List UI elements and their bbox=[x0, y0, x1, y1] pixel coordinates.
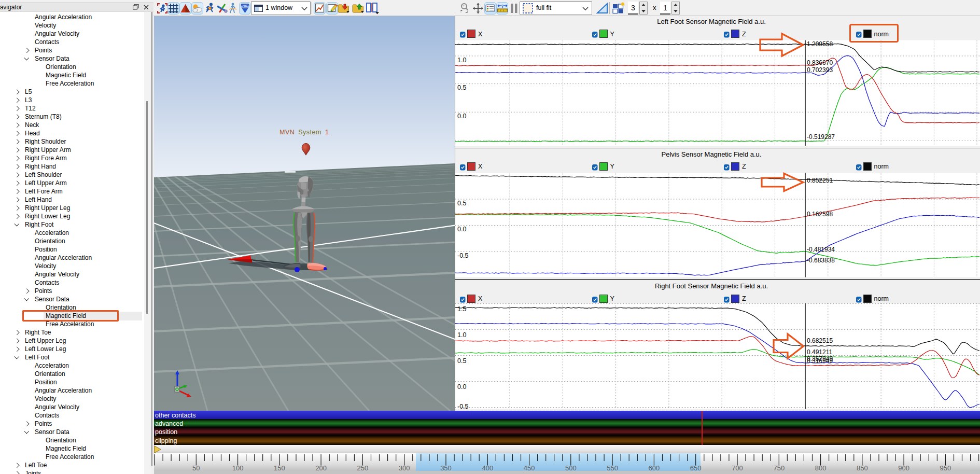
svg-text:350: 350 bbox=[440, 464, 452, 472]
svg-text:200: 200 bbox=[315, 464, 327, 472]
svg-text:400: 400 bbox=[482, 464, 493, 472]
svg-text:700: 700 bbox=[732, 464, 743, 472]
svg-text:250: 250 bbox=[357, 464, 369, 472]
svg-text:450: 450 bbox=[524, 464, 535, 472]
svg-text:900: 900 bbox=[898, 464, 909, 472]
svg-text:clipping: clipping bbox=[155, 437, 177, 444]
svg-text:?: ? bbox=[501, 4, 504, 9]
svg-text:advanced: advanced bbox=[155, 420, 183, 427]
svg-text:650: 650 bbox=[690, 464, 702, 472]
svg-text:50: 50 bbox=[192, 464, 200, 472]
svg-text:550: 550 bbox=[607, 464, 618, 472]
svg-text:500: 500 bbox=[565, 464, 577, 472]
svg-text:position: position bbox=[155, 428, 177, 436]
svg-text:other contacts: other contacts bbox=[155, 412, 196, 419]
svg-text:100: 100 bbox=[232, 464, 244, 472]
svg-text:950: 950 bbox=[940, 464, 951, 472]
svg-text:LABEL: LABEL bbox=[241, 4, 249, 7]
svg-text:800: 800 bbox=[815, 464, 827, 472]
svg-text:300: 300 bbox=[399, 464, 410, 472]
svg-text:750: 750 bbox=[773, 464, 785, 472]
svg-text:150: 150 bbox=[274, 464, 285, 472]
svg-text:600: 600 bbox=[649, 464, 660, 472]
svg-text:850: 850 bbox=[857, 464, 868, 472]
